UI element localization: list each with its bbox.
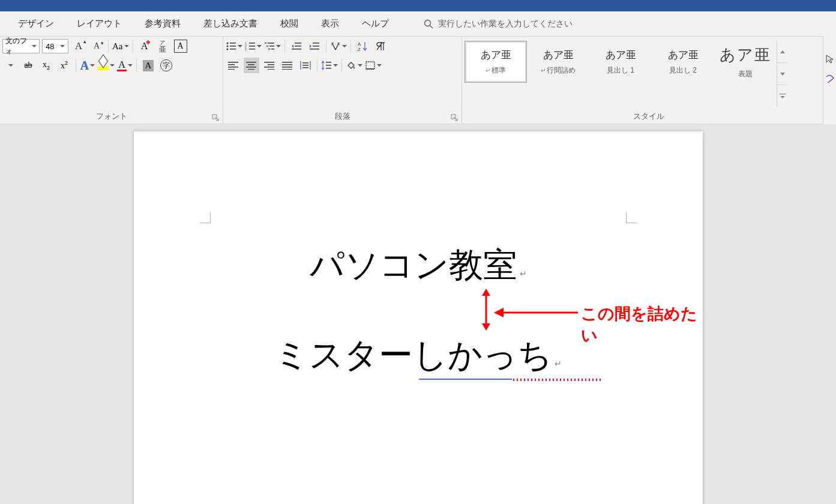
svg-rect-34 [248,64,254,65]
show-hide-marks-button[interactable] [373,38,388,54]
phonetic-guide-button[interactable]: ア亜 [155,38,170,54]
paragraph-mark-icon: ↵ [520,269,527,278]
grammar-underline [419,379,512,380]
tell-me-search[interactable]: 実行したい作業を入力してください [424,19,573,29]
svg-rect-45 [302,62,308,64]
font-color-button[interactable]: A [117,58,133,73]
line-spacing-button[interactable] [321,58,338,73]
svg-rect-49 [326,65,331,66]
decrease-indent-button[interactable] [289,38,304,54]
superscript-button[interactable]: x2 [56,58,72,73]
svg-point-3 [227,43,229,44]
font-size-combo[interactable]: 48 [42,39,68,53]
tab-layout[interactable]: レイアウト [77,18,122,29]
highlight-icon [98,61,109,70]
svg-rect-40 [268,69,274,70]
style-heading2[interactable]: あア亜 見出し 2 [652,41,714,83]
document-canvas[interactable]: パソコン教室↵ ミスターしかっち↵ この間を詰めたい [0,124,836,504]
dialog-launcher-icon[interactable] [451,114,458,121]
svg-rect-14 [249,49,255,50]
paragraph-mark-icon: ↵ [541,67,546,74]
tab-help[interactable]: ヘルプ [362,18,389,29]
tab-design[interactable]: デザイン [18,18,54,29]
annotation-horizontal-arrow [494,305,578,320]
svg-rect-18 [269,46,274,47]
svg-rect-51 [366,62,374,69]
svg-rect-43 [282,67,292,68]
style-normal[interactable]: あア亜 ↵標準 [465,41,527,83]
borders-button[interactable] [365,58,382,73]
bullets-icon [226,41,236,51]
underline-split-button[interactable] [2,58,18,73]
shrink-font-button[interactable]: A▾ [89,38,104,54]
group-label-styles: スタイル [465,109,833,124]
paragraph-mark-icon: ↵ [486,67,490,74]
svg-rect-6 [230,46,236,47]
enclose-characters-button[interactable]: 字 [158,58,174,73]
numbering-icon: 123 [245,41,256,51]
svg-text:3: 3 [245,47,247,51]
sort-button[interactable]: AZ [355,38,370,54]
subscript-button[interactable]: x2 [38,58,54,73]
svg-point-5 [227,46,229,47]
align-center-button[interactable] [244,58,259,73]
justify-button[interactable] [280,58,295,73]
highlight-button[interactable] [98,58,115,73]
svg-rect-22 [295,46,301,47]
align-left-button[interactable] [226,58,241,73]
character-border-button[interactable]: A [173,38,188,54]
svg-rect-21 [295,43,301,44]
svg-rect-15 [265,43,266,44]
svg-rect-48 [326,62,331,63]
grow-font-button[interactable]: A▴ [71,38,86,54]
tab-references[interactable]: 参考資料 [145,18,181,29]
ribbon: 文のフォ 48 A▴ A▾ Aa A◆ ア亜 A ab x2 x2 A A [0,37,836,124]
svg-rect-20 [271,49,274,50]
paint-bucket-icon [346,61,356,70]
increase-indent-button[interactable] [307,38,322,54]
svg-point-7 [227,49,229,50]
svg-rect-31 [228,67,238,68]
spelling-underline [512,379,602,381]
tab-mailings[interactable]: 差し込み文書 [203,18,257,29]
svg-rect-46 [302,65,308,66]
svg-rect-38 [268,64,274,65]
gallery-scroll [777,41,787,107]
gallery-more-button[interactable] [777,85,787,107]
strikethrough-button[interactable]: ab [20,58,36,73]
change-case-button[interactable]: Aa [112,38,129,54]
gallery-down-button[interactable] [777,63,787,85]
svg-rect-4 [230,43,236,44]
document-line-1[interactable]: パソコン教室↵ [134,242,703,289]
svg-rect-12 [249,46,255,47]
align-right-button[interactable] [262,58,277,73]
style-no-spacing[interactable]: あア亜 ↵行間詰め [527,41,589,83]
pen-icon[interactable] [825,74,835,84]
character-shading-button[interactable]: A [140,58,156,73]
svg-rect-52 [366,68,374,70]
font-name-combo[interactable]: 文のフォ [2,39,40,53]
tab-review[interactable]: 校閲 [280,18,298,29]
text-effects-button[interactable]: A [80,58,95,73]
tell-me-placeholder: 実行したい作業を入力してください [438,19,573,29]
distribute-button[interactable] [298,58,313,73]
clear-formatting-button[interactable]: A◆ [137,38,152,54]
shading-button[interactable] [346,58,362,73]
svg-rect-30 [228,64,235,65]
svg-rect-35 [246,67,256,68]
cursor-icon[interactable] [825,54,835,64]
multilevel-list-button[interactable] [264,38,281,54]
numbering-button[interactable]: 123 [245,38,262,54]
style-heading1[interactable]: あア亜 見出し 1 [589,41,652,83]
style-title[interactable]: あア亜 表題 [714,41,777,83]
tab-view[interactable]: 表示 [321,18,339,29]
svg-rect-44 [282,69,292,70]
svg-rect-39 [264,67,274,68]
svg-rect-37 [264,62,274,63]
asian-layout-button[interactable] [330,38,347,54]
gallery-up-button[interactable] [777,41,787,63]
annotation-text: この間を詰めたい [581,303,703,346]
svg-rect-36 [248,69,254,70]
dialog-launcher-icon[interactable] [212,114,219,121]
bullets-button[interactable] [226,38,242,54]
